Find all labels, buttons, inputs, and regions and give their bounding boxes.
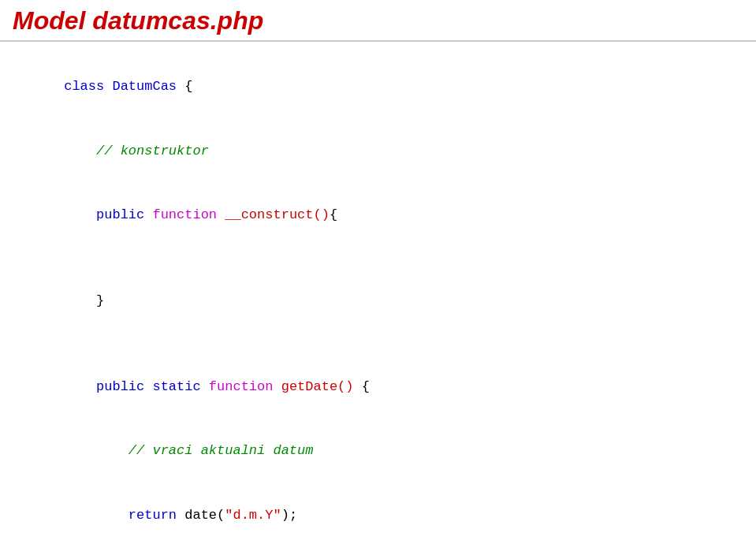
kw-class: class <box>64 79 112 94</box>
string-format: "d.m.Y" <box>225 508 281 523</box>
code-line-1: class DatumCas { <box>16 54 740 119</box>
kw-function-2: function <box>209 379 274 394</box>
method-getdate: getDate() <box>273 379 353 394</box>
code-line-9: return date("d.m.Y"); <box>16 483 740 548</box>
fn-date: date( <box>184 508 225 523</box>
method-construct: __construct() <box>217 207 330 222</box>
kw-function-1: function <box>152 207 217 222</box>
kw-return: return <box>64 508 184 523</box>
code-line-3: public function __construct(){ <box>16 183 740 248</box>
code-line-10: } <box>16 547 740 555</box>
code-block: class DatumCas { // konstruktor public f… <box>16 54 740 555</box>
class-name: DatumCas <box>112 79 177 94</box>
comment-vraci: // vraci aktualni datum <box>64 443 313 458</box>
code-line-7: public static function getDate() { <box>16 355 740 419</box>
kw-public-1: public <box>64 207 152 222</box>
page-title: Model datumcas.php <box>13 6 743 35</box>
page-header: Model datumcas.php <box>0 0 756 42</box>
code-line-6 <box>16 333 740 354</box>
main-content: class DatumCas { // konstruktor public f… <box>0 42 756 555</box>
comment-konstruktor: // konstruktor <box>64 143 209 158</box>
kw-public-2: public static <box>64 379 209 394</box>
code-line-8: // vraci aktualni datum <box>16 419 740 483</box>
code-line-4 <box>16 248 740 269</box>
code-line-2: // konstruktor <box>16 119 740 184</box>
code-line-5: } <box>16 269 740 333</box>
